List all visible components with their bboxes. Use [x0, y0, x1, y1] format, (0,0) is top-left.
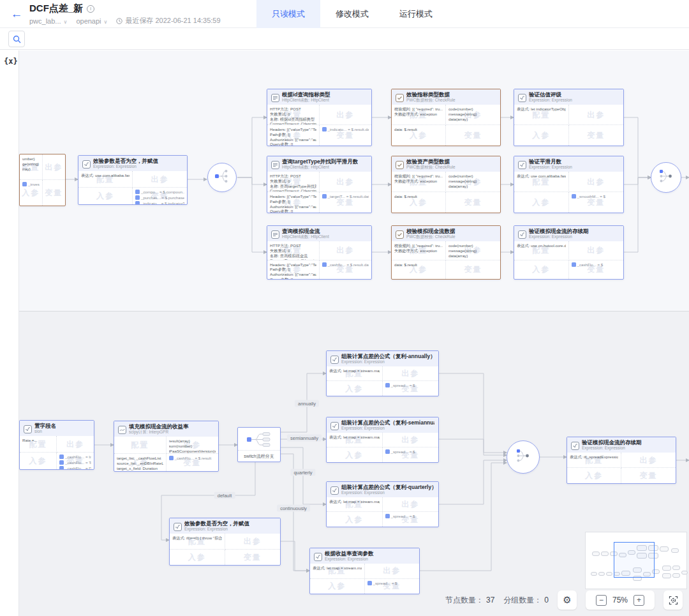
minimap-node [681, 571, 688, 575]
join-icon [515, 447, 531, 467]
back-button[interactable]: ← [9, 6, 24, 22]
chevron-down-icon: ∨ [64, 19, 68, 25]
variables-panel-button[interactable]: {x} [4, 57, 18, 66]
variable-chip[interactable]: _indicato... = $.indicatorT... [135, 201, 184, 204]
api-select[interactable]: openapi∨ [76, 17, 107, 25]
minimap-viewport[interactable] [614, 542, 655, 578]
variable-chip[interactable]: _cashFlo... = $.result [169, 456, 216, 460]
connector-join-join-bottom[interactable] [507, 440, 540, 474]
variable-chip[interactable]: _cashFlo... = $ [572, 262, 621, 267]
flow-canvas[interactable]: 配置umber)ge(string)rray)出参入参_investm... =… [0, 50, 689, 616]
variable-chip[interactable]: _targetT... = $.result.data [322, 194, 369, 199]
node-cell-tl: 配置表达式: let map = stream.map()... [310, 564, 365, 579]
node-cell-tl: 配置表达式: let indicatorTypeObj = _i... [514, 105, 569, 125]
node-config-line: HTTP方法: POST [270, 243, 316, 248]
info-icon[interactable]: i [87, 5, 94, 13]
flow-node-switch-branch[interactable]: switch流程分支 [237, 427, 281, 462]
workspace-select[interactable]: pwc_lab...∨ [29, 17, 67, 25]
watermark-tr: 出参 [320, 109, 372, 120]
variable-chip[interactable]: _investm... = _investm... [22, 182, 40, 186]
variable-chip[interactable]: _spread... = $ [385, 514, 436, 518]
flow-node-verify-duration-top[interactable]: 验证模拟现金流的存续期Expression: Expression配置表达式: … [514, 225, 624, 280]
variable-chip[interactable]: _cashFlo... = TotalCashF... [59, 460, 91, 465]
canvas-footer: 节点数量：37 分组数量：0 ⚙ − 75% + [445, 590, 683, 610]
node-body: 配置Rate =...出参入参变量_cashFlo... = InterestR… [20, 436, 94, 469]
flow-node-verify-valuation[interactable]: 验证估值评级Expression: Expression配置表达式: let i… [514, 89, 624, 146]
node-config-line: ge(string) [22, 162, 40, 167]
node-cell-tl: 配置umber)ge(string)rray) [20, 154, 43, 180]
flow-node-assemble-semiannually[interactable]: 组装计算点差的公式（复利-semiannually）Expression: Ex… [326, 417, 439, 463]
expression-icon [571, 441, 579, 449]
flow-node-assemble-quarterly[interactable]: 组装计算点差的公式（复利-quarterly）Expression: Expre… [326, 481, 439, 527]
flow-node-check-params-bottom[interactable]: 效验参数是否为空，并赋值Expression: Expression配置表达式:… [169, 518, 281, 566]
flow-node-http-query-indicator[interactable]: 根据id查询指标类型HttpClient函数: HttpClient配置HTTP… [267, 89, 372, 146]
node-config-line: HTTP方法: POST [270, 174, 316, 179]
node-cell-tr: 出参code(number)message(string)data(array) [446, 105, 500, 125]
variable-chip-text: _compo... = $.compoun... [141, 190, 184, 194]
variable-chip[interactable]: _cashflo... = $.result.dat... [322, 262, 369, 267]
minimap-node [592, 552, 600, 556]
zoom-out-button[interactable]: − [596, 595, 607, 606]
variable-chip[interactable]: _purchas... = $.purchase... [135, 195, 184, 200]
variable-chip[interactable]: _spread... = $ [385, 449, 436, 454]
flow-node-http-query-targettype[interactable]: 查询targetType并找到平滑月数HttpClient函数: HttpCli… [267, 156, 372, 213]
variable-chip[interactable]: _cashFlo... = Duration [59, 466, 91, 469]
node-cell-br: 变量_cashflo... = $.result.dat... [320, 260, 372, 280]
variable-chip[interactable]: _spread... = $ [385, 383, 436, 387]
node-subtitle: scipy计算: InterpGPR [129, 430, 189, 435]
node-header-text: 查询模拟现金流HttpClient函数: HttpClient [282, 228, 329, 239]
node-cell-br: 变量_targetT... = $.result.data [320, 192, 372, 213]
tab-edit[interactable]: 修改模式 [320, 0, 384, 28]
node-cell-tl: 配置表达式: use com.alibaba.fastjson... [514, 172, 569, 192]
flow-edge [281, 541, 309, 571]
node-config-line: 表达式: if(_spreadExpression == ... [570, 454, 618, 460]
flow-node-check-cashflow-data[interactable]: 校验模拟现金流数据PWC数据校验: CheckRule配置校验规则: [{ "r… [391, 225, 501, 280]
flow-edge [439, 439, 507, 455]
variable-chip[interactable]: _smoothM... = $ [572, 194, 621, 199]
zoom-in-button[interactable]: + [633, 595, 644, 606]
node-config-line: 失败重试: 0 [270, 112, 316, 117]
node-body: 配置表达式: let map = stream.map()...出参入参变量_s… [327, 366, 438, 396]
connector-fork-fork-top[interactable] [207, 163, 237, 192]
variable-chip[interactable]: _cashFlo... = InterestRate [59, 454, 91, 459]
node-config-line: target_x_field: Duration [117, 466, 163, 471]
node-config-line: 表达式: let indicatorTypeObj = _i... [517, 107, 566, 112]
flow-node-set-field-name[interactable]: 置字段名sion配置Rate =...出参入参变量_cashFlo... = I… [19, 420, 94, 470]
variable-chip[interactable]: _compo... = $.compoun... [135, 190, 184, 194]
tab-run[interactable]: 运行模式 [384, 0, 448, 28]
flow-node-output-partial-top[interactable]: 配置umber)ge(string)rray)出参入参_investm... =… [19, 154, 66, 206]
connector-join-join-top[interactable] [651, 162, 681, 193]
flow-node-check-params-top[interactable]: 效验参数是否为空，并赋值Expression: Expression配置表达式:… [78, 155, 188, 205]
node-config-line: 失败处理方式: exception [394, 248, 443, 253]
tab-readonly[interactable]: 只读模式 [256, 0, 320, 28]
mode-tabs: 只读模式 修改模式 运行模式 [256, 0, 448, 28]
flow-node-assemble-annually[interactable]: 组装计算点差的公式（复利-annually）Expression: Expres… [326, 350, 439, 396]
node-config-line: 表达式: use cn.hutool.core.date... [517, 243, 566, 248]
flow-node-check-indicator-data[interactable]: 效验指标类型数据PWC数据校验: CheckRule配置校验规则: [{ "re… [391, 89, 501, 146]
variable-chip[interactable]: _spread... = $ [367, 581, 417, 585]
variable-chip-icon [572, 194, 576, 199]
node-config-line: Rate =... [22, 438, 54, 443]
flow-node-http-query-cashflow[interactable]: 查询模拟现金流HttpClient函数: HttpClient配置HTTP方法:… [267, 225, 372, 280]
flow-node-verify-smooth-months[interactable]: 验证平滑月数Expression: Expression配置表达式: use c… [514, 156, 624, 213]
node-header-text: 根据收益率查询参数Expression: Expression [325, 550, 374, 562]
node-body: 配置HTTP方法: POST失败重试: 0名称: 查询模拟现金流ConnectT… [267, 241, 371, 279]
node-header-text: 效验资产类型数据PWC数据校验: CheckRule [406, 158, 456, 170]
variable-chip-icon [59, 454, 64, 459]
node-config-line: 校验规则: [{ "required": tru... [394, 243, 443, 248]
node-config-line: 表达式: use com.alibaba.fastjson... [81, 173, 130, 178]
node-header-text: 组装计算点差的公式（复利-semiannually）Expression: Ex… [341, 419, 434, 431]
minimap[interactable] [585, 532, 687, 589]
flow-node-check-asset-data[interactable]: 效验资产类型数据PWC数据校验: CheckRule配置校验规则: [{ "re… [391, 156, 501, 213]
node-cell-tr: 出参result(array)sum(number)iPaaSComponent… [167, 437, 219, 454]
httpclient-icon [271, 230, 279, 238]
watermark-bl: 入参 [78, 191, 132, 202]
search-button[interactable] [8, 31, 25, 47]
watermark-bl: 入参 [20, 456, 56, 467]
fit-view-button[interactable] [663, 590, 683, 610]
variable-chip[interactable]: _indicato... = $.result.data [322, 127, 369, 131]
settings-button[interactable]: ⚙ [558, 590, 577, 610]
flow-node-verify-duration-bottom[interactable]: 验证模拟现金流的存续期Expression: Expression配置表达式: … [567, 437, 676, 484]
flow-node-query-params-by-yield[interactable]: 根据收益率查询参数Expression: Expression配置表达式: le… [309, 548, 420, 594]
flow-node-fill-cashflow-yield[interactable]: 填充模拟现金流的收益率scipy计算: InterpGPR配置出参result(… [114, 421, 219, 472]
